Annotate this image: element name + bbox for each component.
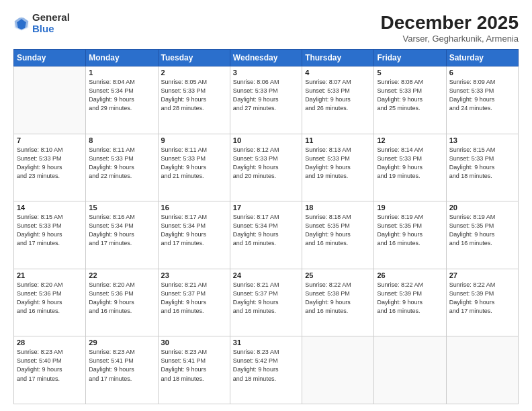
day-number: 3 [233, 68, 299, 77]
day-cell: 19Sunrise: 8:19 AMSunset: 5:35 PMDayligh… [374, 201, 446, 269]
day-number: 26 [377, 271, 443, 279]
logo-icon [13, 15, 30, 32]
day-number: 8 [89, 136, 154, 144]
day-cell: 11Sunrise: 8:13 AMSunset: 5:33 PMDayligh… [302, 134, 374, 201]
day-cell [374, 336, 446, 404]
day-cell: 2Sunrise: 8:05 AMSunset: 5:33 PMDaylight… [158, 66, 230, 134]
day-info: Sunrise: 8:19 AMSunset: 5:35 PMDaylight:… [449, 213, 515, 248]
day-number: 24 [233, 271, 299, 279]
day-info: Sunrise: 8:22 AMSunset: 5:39 PMDaylight:… [449, 281, 515, 316]
week-row-5: 28Sunrise: 8:23 AMSunset: 5:40 PMDayligh… [14, 336, 519, 404]
day-number: 31 [233, 338, 299, 347]
day-cell: 23Sunrise: 8:21 AMSunset: 5:37 PMDayligh… [158, 269, 230, 336]
day-cell [302, 336, 374, 404]
day-info: Sunrise: 8:12 AMSunset: 5:33 PMDaylight:… [233, 146, 299, 181]
week-row-2: 7Sunrise: 8:10 AMSunset: 5:33 PMDaylight… [14, 134, 519, 201]
day-number: 11 [305, 136, 371, 144]
day-cell: 9Sunrise: 8:11 AMSunset: 5:33 PMDaylight… [158, 134, 230, 201]
day-cell: 5Sunrise: 8:08 AMSunset: 5:33 PMDaylight… [374, 66, 446, 134]
header-wednesday: Wednesday [230, 50, 302, 66]
day-number: 28 [17, 338, 83, 347]
day-cell: 30Sunrise: 8:23 AMSunset: 5:41 PMDayligh… [158, 336, 230, 404]
day-info: Sunrise: 8:23 AMSunset: 5:41 PMDaylight:… [161, 348, 227, 383]
day-info: Sunrise: 8:04 AMSunset: 5:34 PMDaylight:… [89, 78, 154, 113]
day-number: 1 [89, 68, 154, 77]
day-info: Sunrise: 8:15 AMSunset: 5:33 PMDaylight:… [449, 146, 515, 181]
day-cell: 17Sunrise: 8:17 AMSunset: 5:34 PMDayligh… [230, 201, 302, 269]
day-cell: 27Sunrise: 8:22 AMSunset: 5:39 PMDayligh… [446, 269, 518, 336]
calendar-table: Sunday Monday Tuesday Wednesday Thursday… [13, 49, 519, 404]
day-cell: 18Sunrise: 8:18 AMSunset: 5:35 PMDayligh… [302, 201, 374, 269]
day-number: 30 [161, 338, 227, 347]
day-info: Sunrise: 8:19 AMSunset: 5:35 PMDaylight:… [377, 213, 443, 248]
day-number: 7 [17, 136, 83, 144]
day-number: 18 [305, 203, 371, 212]
day-number: 23 [161, 271, 227, 279]
month-title: December 2025 [381, 12, 519, 34]
day-info: Sunrise: 8:11 AMSunset: 5:33 PMDaylight:… [89, 146, 154, 181]
logo-blue: Blue [32, 23, 54, 34]
day-number: 2 [161, 68, 227, 77]
day-info: Sunrise: 8:20 AMSunset: 5:36 PMDaylight:… [89, 281, 154, 316]
day-cell: 24Sunrise: 8:21 AMSunset: 5:37 PMDayligh… [230, 269, 302, 336]
day-number: 21 [17, 271, 83, 279]
day-info: Sunrise: 8:22 AMSunset: 5:38 PMDaylight:… [305, 281, 371, 316]
day-cell: 13Sunrise: 8:15 AMSunset: 5:33 PMDayligh… [446, 134, 518, 201]
day-info: Sunrise: 8:20 AMSunset: 5:36 PMDaylight:… [17, 281, 83, 316]
day-cell: 8Sunrise: 8:11 AMSunset: 5:33 PMDaylight… [86, 134, 158, 201]
logo-general: General [32, 11, 70, 23]
day-info: Sunrise: 8:07 AMSunset: 5:33 PMDaylight:… [305, 78, 371, 113]
day-number: 10 [233, 136, 299, 144]
day-cell [446, 336, 518, 404]
day-number: 15 [89, 203, 154, 212]
day-info: Sunrise: 8:21 AMSunset: 5:37 PMDaylight:… [161, 281, 227, 316]
day-info: Sunrise: 8:23 AMSunset: 5:40 PMDaylight:… [17, 348, 83, 383]
day-cell: 29Sunrise: 8:23 AMSunset: 5:41 PMDayligh… [86, 336, 158, 404]
day-info: Sunrise: 8:23 AMSunset: 5:42 PMDaylight:… [233, 348, 299, 383]
day-number: 19 [377, 203, 443, 212]
day-cell: 31Sunrise: 8:23 AMSunset: 5:42 PMDayligh… [230, 336, 302, 404]
day-info: Sunrise: 8:22 AMSunset: 5:39 PMDaylight:… [377, 281, 443, 316]
day-info: Sunrise: 8:21 AMSunset: 5:37 PMDaylight:… [233, 281, 299, 316]
week-row-1: 1Sunrise: 8:04 AMSunset: 5:34 PMDaylight… [14, 66, 519, 134]
day-info: Sunrise: 8:10 AMSunset: 5:33 PMDaylight:… [17, 146, 83, 181]
day-cell: 15Sunrise: 8:16 AMSunset: 5:34 PMDayligh… [86, 201, 158, 269]
day-number: 25 [305, 271, 371, 279]
day-cell: 12Sunrise: 8:14 AMSunset: 5:33 PMDayligh… [374, 134, 446, 201]
day-info: Sunrise: 8:17 AMSunset: 5:34 PMDaylight:… [233, 213, 299, 248]
day-number: 20 [449, 203, 515, 212]
day-cell: 4Sunrise: 8:07 AMSunset: 5:33 PMDaylight… [302, 66, 374, 134]
day-info: Sunrise: 8:13 AMSunset: 5:33 PMDaylight:… [305, 146, 371, 181]
day-cell: 7Sunrise: 8:10 AMSunset: 5:33 PMDaylight… [14, 134, 86, 201]
day-info: Sunrise: 8:23 AMSunset: 5:41 PMDaylight:… [89, 348, 154, 383]
day-number: 4 [305, 68, 371, 77]
day-info: Sunrise: 8:08 AMSunset: 5:33 PMDaylight:… [377, 78, 443, 113]
week-row-4: 21Sunrise: 8:20 AMSunset: 5:36 PMDayligh… [14, 269, 519, 336]
day-info: Sunrise: 8:16 AMSunset: 5:34 PMDaylight:… [89, 213, 154, 248]
day-cell: 22Sunrise: 8:20 AMSunset: 5:36 PMDayligh… [86, 269, 158, 336]
header-tuesday: Tuesday [158, 50, 230, 66]
day-info: Sunrise: 8:15 AMSunset: 5:33 PMDaylight:… [17, 213, 83, 248]
day-info: Sunrise: 8:17 AMSunset: 5:34 PMDaylight:… [161, 213, 227, 248]
day-cell: 10Sunrise: 8:12 AMSunset: 5:33 PMDayligh… [230, 134, 302, 201]
day-info: Sunrise: 8:14 AMSunset: 5:33 PMDaylight:… [377, 146, 443, 181]
day-number: 27 [449, 271, 515, 279]
day-cell: 25Sunrise: 8:22 AMSunset: 5:38 PMDayligh… [302, 269, 374, 336]
day-number: 9 [161, 136, 227, 144]
day-number: 17 [233, 203, 299, 212]
day-cell [14, 66, 86, 134]
day-info: Sunrise: 8:09 AMSunset: 5:33 PMDaylight:… [449, 78, 515, 113]
day-cell: 1Sunrise: 8:04 AMSunset: 5:34 PMDaylight… [86, 66, 158, 134]
header-saturday: Saturday [446, 50, 518, 66]
page: General Blue December 2025 Varser, Gegha… [0, 0, 532, 411]
day-number: 5 [377, 68, 443, 77]
day-number: 29 [89, 338, 154, 347]
day-info: Sunrise: 8:05 AMSunset: 5:33 PMDaylight:… [161, 78, 227, 113]
title-block: December 2025 Varser, Gegharkunik, Armen… [381, 12, 519, 44]
logo: General Blue [13, 12, 70, 34]
week-row-3: 14Sunrise: 8:15 AMSunset: 5:33 PMDayligh… [14, 201, 519, 269]
day-cell: 21Sunrise: 8:20 AMSunset: 5:36 PMDayligh… [14, 269, 86, 336]
day-number: 12 [377, 136, 443, 144]
header-thursday: Thursday [302, 50, 374, 66]
logo-text: General Blue [32, 12, 70, 34]
